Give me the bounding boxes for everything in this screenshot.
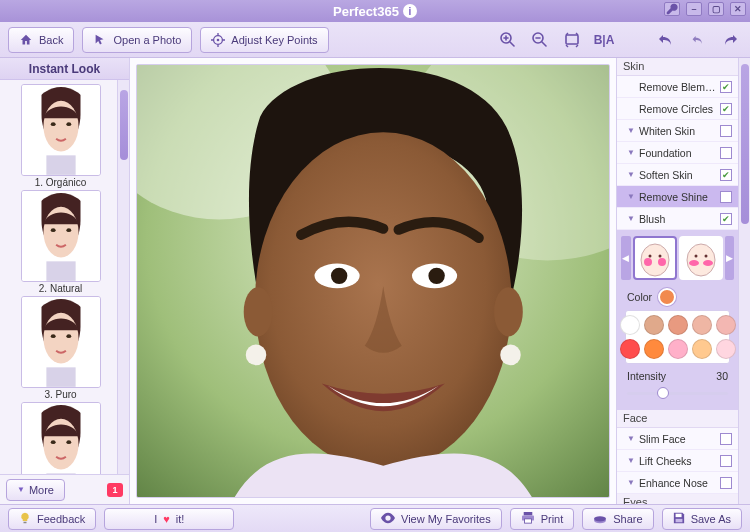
sidebar-instant-look: Instant Look 1. Orgánico 2. Natural — [0, 58, 130, 504]
zoom-in-button[interactable] — [496, 28, 520, 52]
checkbox[interactable]: ✔ — [720, 81, 732, 93]
preset-item[interactable]: 4. Ojos de color... — [11, 402, 111, 474]
blush-style-2[interactable] — [679, 236, 723, 280]
section-skin-title: Skin — [617, 58, 738, 76]
print-button[interactable]: Print — [510, 508, 575, 530]
checkbox[interactable]: ✔ — [720, 191, 732, 203]
bulb-icon — [19, 512, 31, 526]
expand-icon[interactable]: ▼ — [627, 456, 635, 465]
row-foundation[interactable]: ▼ Foundation ✔ — [617, 142, 738, 164]
notification-badge[interactable]: 1 — [107, 483, 123, 497]
svg-point-23 — [66, 440, 71, 444]
share-button[interactable]: Share — [582, 508, 653, 530]
favorites-button[interactable]: View My Favorites — [370, 508, 502, 530]
expand-icon[interactable]: ▼ — [627, 126, 635, 135]
svg-point-34 — [331, 268, 347, 284]
color-swatches — [625, 310, 730, 364]
color-swatch[interactable] — [716, 315, 736, 335]
svg-point-38 — [644, 258, 652, 266]
preset-item[interactable]: 1. Orgánico — [11, 84, 111, 188]
checkbox[interactable]: ✔ — [720, 169, 732, 181]
row-whiten-skin[interactable]: ▼ Whiten Skin ✔ — [617, 120, 738, 142]
checkbox[interactable]: ✔ — [720, 147, 732, 159]
minimize-icon[interactable]: – — [686, 2, 702, 16]
expand-icon[interactable]: ▼ — [627, 214, 635, 223]
expand-icon[interactable]: ▼ — [627, 148, 635, 157]
row-remove-blemishes[interactable]: Remove Blemishes ✔ — [617, 76, 738, 98]
blush-panel: ◀ ▶ Color — [617, 230, 738, 410]
color-swatch[interactable] — [668, 339, 688, 359]
undo-button[interactable] — [654, 28, 678, 52]
blush-style-1[interactable] — [633, 236, 677, 280]
intensity-slider[interactable] — [627, 386, 728, 400]
scrollbar-thumb[interactable] — [120, 90, 128, 160]
feedback-button[interactable]: Feedback — [8, 508, 96, 530]
color-swatch[interactable] — [620, 315, 640, 335]
color-swatch[interactable] — [668, 315, 688, 335]
fit-screen-button[interactable] — [560, 28, 584, 52]
checkbox[interactable]: ✔ — [720, 477, 732, 489]
more-button[interactable]: ▼ More — [6, 479, 65, 501]
save-icon — [673, 512, 685, 526]
color-swatch[interactable] — [644, 315, 664, 335]
love-suffix: it! — [176, 513, 185, 525]
before-after-button[interactable]: B|A — [592, 28, 616, 52]
maximize-icon[interactable]: ▢ — [708, 2, 724, 16]
checkbox[interactable]: ✔ — [720, 125, 732, 137]
svg-point-17 — [50, 334, 55, 338]
scrollbar-thumb[interactable] — [741, 64, 749, 224]
checkbox[interactable]: ✔ — [720, 433, 732, 445]
toolbar: Back Open a Photo Adjust Key Points B|A — [0, 22, 750, 58]
svg-rect-50 — [524, 518, 531, 522]
back-button[interactable]: Back — [8, 27, 74, 53]
color-swatch[interactable] — [692, 315, 712, 335]
svg-point-13 — [66, 228, 71, 232]
color-swatch[interactable] — [644, 339, 664, 359]
row-label: Remove Blemishes — [639, 81, 716, 93]
row-blush[interactable]: ▼ Blush ✔ — [617, 208, 738, 230]
color-swatch[interactable] — [620, 339, 640, 359]
row-enhance-nose[interactable]: ▼ Enhance Nose ✔ — [617, 472, 738, 494]
preset-item[interactable]: 3. Puro — [11, 296, 111, 400]
row-remove-circles[interactable]: Remove Circles ✔ — [617, 98, 738, 120]
love-it-button[interactable]: I ♥ it! — [104, 508, 234, 530]
preset-item[interactable]: 2. Natural — [11, 190, 111, 294]
checkbox[interactable]: ✔ — [720, 455, 732, 467]
redo-button[interactable] — [718, 28, 742, 52]
close-icon[interactable]: ✕ — [730, 2, 746, 16]
open-photo-button[interactable]: Open a Photo — [82, 27, 192, 53]
row-soften-skin[interactable]: ▼ Soften Skin ✔ — [617, 164, 738, 186]
checkbox[interactable]: ✔ — [720, 213, 732, 225]
panel-scrollbar[interactable] — [738, 58, 750, 504]
expand-icon[interactable]: ▼ — [627, 192, 635, 201]
slider-knob[interactable] — [657, 387, 669, 399]
panel-adjustments: Skin Remove Blemishes ✔ Remove Circles ✔… — [616, 58, 750, 504]
preset-scrollbar[interactable] — [117, 80, 129, 474]
style-next-button[interactable]: ▶ — [725, 236, 735, 280]
save-as-button[interactable]: Save As — [662, 508, 742, 530]
row-label: Slim Face — [639, 433, 716, 445]
svg-point-46 — [704, 255, 707, 258]
row-slim-face[interactable]: ▼ Slim Face ✔ — [617, 428, 738, 450]
info-icon[interactable]: i — [403, 4, 417, 18]
expand-icon[interactable]: ▼ — [627, 434, 635, 443]
preset-list: 1. Orgánico 2. Natural 3. Puro — [0, 80, 117, 474]
color-swatch[interactable] — [692, 339, 712, 359]
svg-point-1 — [217, 38, 220, 41]
open-label: Open a Photo — [113, 34, 181, 46]
color-swatch[interactable] — [716, 339, 736, 359]
row-remove-shine[interactable]: ▼ Remove Shine ✔ — [617, 186, 738, 208]
redo-small-button[interactable] — [686, 28, 710, 52]
row-lift-cheeks[interactable]: ▼ Lift Cheeks ✔ — [617, 450, 738, 472]
svg-point-29 — [244, 287, 273, 336]
tool-icon[interactable] — [664, 2, 680, 16]
intensity-value: 30 — [716, 370, 728, 382]
expand-icon[interactable]: ▼ — [627, 478, 635, 487]
canvas[interactable] — [130, 58, 616, 504]
adjust-keypoints-button[interactable]: Adjust Key Points — [200, 27, 328, 53]
style-prev-button[interactable]: ◀ — [621, 236, 631, 280]
checkbox[interactable]: ✔ — [720, 103, 732, 115]
heart-icon: ♥ — [163, 513, 170, 525]
expand-icon[interactable]: ▼ — [627, 170, 635, 179]
zoom-out-button[interactable] — [528, 28, 552, 52]
